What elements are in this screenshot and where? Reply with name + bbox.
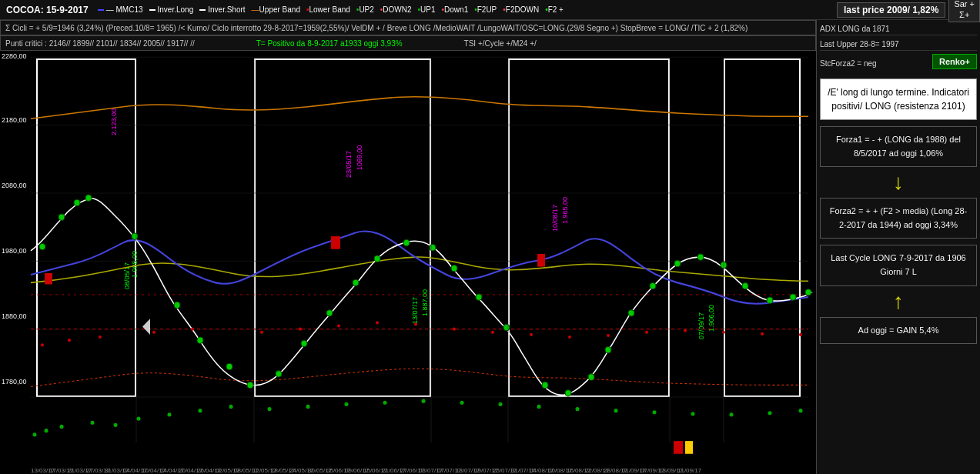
svg-point-11 xyxy=(85,195,92,201)
svg-point-25 xyxy=(476,294,482,300)
svg-point-45 xyxy=(33,432,37,436)
sar-badge: Sar + Σ+ xyxy=(948,0,980,22)
legend-inverlong: Inver.Long xyxy=(146,5,197,14)
sar-symbol: Σ+ xyxy=(959,10,969,20)
info-row1: Σ Cicli = + 5/9=1946 (3,24%) (Preced.10/… xyxy=(0,20,816,35)
svg-point-54 xyxy=(268,407,272,411)
svg-point-77 xyxy=(376,321,379,324)
svg-point-49 xyxy=(114,423,118,427)
last-cycle-box: Last Cycle LONG 7-9-2017 da 1906 Giorni … xyxy=(820,245,977,285)
svg-point-57 xyxy=(383,401,387,405)
svg-point-38 xyxy=(790,294,796,300)
info-row2-right: TSI +/Cycle +/M24 +/ xyxy=(464,39,537,48)
legend-f2up: • F2UP xyxy=(471,5,500,14)
svg-point-21 xyxy=(374,255,380,262)
svg-point-75 xyxy=(299,328,302,331)
price-badge: last price 2009/ 1,82% xyxy=(837,2,945,18)
svg-point-9 xyxy=(59,214,65,220)
info-row2-left: Punti critici : 2146// 1899// 2101// 183… xyxy=(5,39,195,48)
svg-point-32 xyxy=(650,282,656,289)
svg-point-50 xyxy=(137,416,141,420)
arrow-up-icon: ↑ xyxy=(820,291,977,312)
svg-point-39 xyxy=(805,289,811,295)
svg-point-70 xyxy=(68,339,71,342)
svg-point-23 xyxy=(430,244,436,250)
svg-point-28 xyxy=(565,390,571,396)
sar-label: Sar + xyxy=(954,0,975,10)
legend-invershort: Inver.Short xyxy=(196,5,248,14)
svg-point-66 xyxy=(730,412,734,416)
svg-point-15 xyxy=(226,363,232,369)
chart-svg xyxy=(0,51,816,459)
svg-point-88 xyxy=(799,333,802,336)
info-row2-mid: T= Positivo da 8-9-2017 a1933 oggi 3,93% xyxy=(256,39,403,48)
legend-inverlong-label: Inver.Long xyxy=(158,5,194,14)
legend-up2: • UP2 xyxy=(353,5,377,14)
svg-point-62 xyxy=(576,407,580,411)
svg-point-47 xyxy=(60,425,64,429)
svg-marker-89 xyxy=(142,319,150,335)
legend-f2down-label: F2DOWN xyxy=(506,5,539,14)
svg-point-58 xyxy=(422,399,426,403)
svg-point-17 xyxy=(276,371,282,377)
svg-point-16 xyxy=(247,382,253,388)
svg-point-73 xyxy=(191,328,194,331)
legend-invershort-label: Inver.Short xyxy=(208,5,245,14)
svg-point-24 xyxy=(451,265,457,272)
svg-point-82 xyxy=(568,335,571,339)
long-term-info-box: /E' long di lungo termine. Indicatori po… xyxy=(820,78,977,120)
svg-point-76 xyxy=(337,324,340,327)
svg-point-69 xyxy=(41,343,44,346)
legend-lowerband-label: Lower Band xyxy=(309,5,350,14)
svg-point-46 xyxy=(45,429,48,432)
stcforza: StcForza2 = neg xyxy=(820,58,877,69)
info-row2: Punti critici : 2146// 1899// 2101// 183… xyxy=(0,35,816,51)
svg-point-52 xyxy=(199,409,202,412)
svg-point-8 xyxy=(39,243,45,249)
svg-point-60 xyxy=(499,402,503,406)
svg-point-65 xyxy=(691,412,695,416)
svg-point-72 xyxy=(152,331,156,334)
svg-point-67 xyxy=(768,411,772,415)
svg-point-12 xyxy=(132,233,138,239)
svg-point-79 xyxy=(453,328,456,331)
svg-point-33 xyxy=(674,260,681,266)
svg-point-83 xyxy=(607,334,610,337)
legend-upperband: — Upper Band xyxy=(249,5,303,14)
legend-up1-label: UP1 xyxy=(420,5,435,14)
forza2-box: Forza2 = + + (F2 > media) (Long 28-2-201… xyxy=(820,198,977,239)
legend-mmc13: — MMC13 xyxy=(95,5,146,14)
svg-point-31 xyxy=(628,310,634,316)
gain-box: Ad oggi = GAIN 5,4% xyxy=(820,317,977,345)
renko-button[interactable]: Renko+ xyxy=(932,54,977,69)
legend-upperband-label: Upper Band xyxy=(259,5,300,14)
legend-up1: • UP1 xyxy=(415,5,439,14)
legend-f2plus-label: F2 + xyxy=(548,5,564,14)
svg-point-19 xyxy=(326,310,333,316)
legend-up2-label: UP2 xyxy=(359,5,373,14)
svg-rect-43 xyxy=(674,441,683,454)
svg-point-20 xyxy=(353,279,359,285)
x-axis-dates: 13/03/17 17/03/17 21/03/17 27/03/17 31/0… xyxy=(31,460,816,474)
svg-point-18 xyxy=(301,340,307,346)
svg-point-84 xyxy=(645,331,648,334)
svg-point-61 xyxy=(537,405,541,409)
svg-rect-42 xyxy=(537,254,545,267)
top-bar: COCOA: 15-9-2017 — MMC13 Inver.Long Inve… xyxy=(0,0,980,20)
legend-down2: • DOWN2 xyxy=(377,5,415,14)
svg-point-51 xyxy=(168,412,172,416)
adx-info: ADX LONG da 1871 xyxy=(820,23,977,35)
svg-rect-44 xyxy=(685,441,693,454)
svg-point-87 xyxy=(761,332,764,335)
svg-point-37 xyxy=(767,297,773,303)
legend-down1: • Down1 xyxy=(439,5,472,14)
legend-f2plus: • F2 + xyxy=(542,5,567,14)
svg-point-26 xyxy=(503,324,510,330)
svg-point-22 xyxy=(403,239,410,245)
forza1-box: Forza1 = - + (LONG da 1988) del 8/5/2017… xyxy=(820,126,977,167)
svg-point-59 xyxy=(460,401,464,405)
legend-f2up-label: F2UP xyxy=(477,5,497,14)
chart-title: COCOA: 15-9-2017 xyxy=(0,5,95,15)
svg-point-78 xyxy=(414,322,417,325)
svg-point-56 xyxy=(345,402,349,406)
